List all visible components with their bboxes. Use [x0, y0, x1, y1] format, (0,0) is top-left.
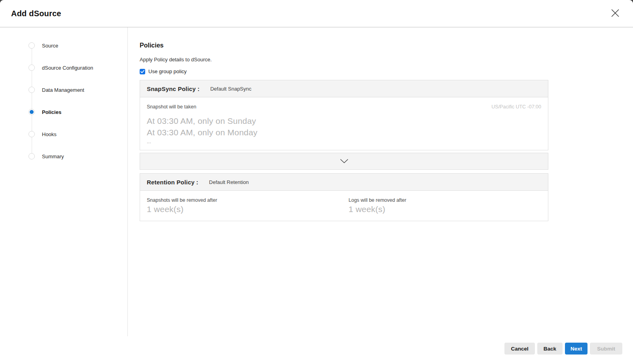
- wizard-stepper: Source dSource Configuration Data Manage…: [0, 27, 128, 336]
- snapsync-policy-body: Snapshot will be taken US/Pacific UTC -0…: [140, 97, 548, 150]
- schedule-truncation-ellipsis: ...: [147, 139, 541, 144]
- snapsync-policy-header: SnapSync Policy : Default SnapSync: [140, 80, 548, 97]
- step-policies[interactable]: Policies: [0, 101, 127, 123]
- logs-retention-column: Logs will be removed after 1 week(s): [349, 197, 406, 214]
- chevron-down-icon: [340, 158, 348, 165]
- policies-panel: Policies Apply Policy details to dSource…: [128, 27, 633, 336]
- close-button[interactable]: [608, 7, 622, 20]
- cancel-button[interactable]: Cancel: [504, 343, 534, 355]
- next-button[interactable]: Next: [565, 343, 588, 355]
- use-group-policy-checkbox[interactable]: Use group policy: [140, 68, 187, 74]
- expand-schedule-button[interactable]: [140, 153, 548, 170]
- logs-retention-value: 1 week(s): [349, 205, 406, 214]
- snapshots-retention-value: 1 week(s): [147, 205, 349, 214]
- schedule-lines: At 03:30 AM, only on Sunday At 03:30 AM,…: [147, 115, 541, 144]
- schedule-label: Snapshot will be taken: [147, 104, 196, 110]
- logs-retention-label: Logs will be removed after: [349, 197, 406, 203]
- step-circle-icon: [28, 42, 35, 49]
- snapsync-policy-title: SnapSync Policy :: [147, 85, 199, 92]
- checkbox-label: Use group policy: [148, 68, 187, 74]
- retention-policy-header: Retention Policy : Default Retention: [140, 173, 548, 191]
- step-label: Policies: [42, 109, 61, 115]
- snapsync-policy-value: Default SnapSync: [210, 86, 251, 92]
- page-description: Apply Policy details to dSource.: [140, 57, 633, 63]
- dialog-title: Add dSource: [11, 9, 61, 18]
- checkbox-checked-icon[interactable]: [140, 69, 145, 74]
- timezone-label: US/Pacific UTC -07:00: [491, 104, 541, 110]
- snapsync-policy-card: SnapSync Policy : Default SnapSync Snaps…: [140, 80, 548, 170]
- step-label: Hooks: [42, 131, 57, 137]
- step-circle-icon: [28, 64, 35, 71]
- page-title: Policies: [140, 42, 633, 49]
- step-label: Summary: [42, 154, 64, 159]
- retention-policy-value: Default Retention: [209, 179, 248, 185]
- schedule-line: At 03:30 AM, only on Sunday: [147, 115, 541, 127]
- retention-policy-body: Snapshots will be removed after 1 week(s…: [140, 191, 548, 221]
- step-dsource-configuration[interactable]: dSource Configuration: [0, 57, 127, 79]
- close-icon: [610, 8, 620, 19]
- submit-button[interactable]: Submit: [590, 343, 622, 355]
- dialog-body: Source dSource Configuration Data Manage…: [0, 27, 633, 336]
- step-hooks[interactable]: Hooks: [0, 123, 127, 145]
- step-circle-icon: [28, 131, 35, 137]
- snapshots-retention-column: Snapshots will be removed after 1 week(s…: [147, 197, 349, 214]
- add-dsource-dialog: Add dSource Source dSource Configuration: [0, 0, 633, 364]
- step-label: dSource Configuration: [42, 65, 93, 71]
- step-summary[interactable]: Summary: [0, 145, 127, 167]
- snapshots-retention-label: Snapshots will be removed after: [147, 197, 349, 203]
- step-data-management[interactable]: Data Management: [0, 79, 127, 101]
- schedule-line: At 03:30 AM, only on Monday: [147, 127, 541, 138]
- step-label: Data Management: [42, 87, 84, 93]
- dialog-header: Add dSource: [0, 0, 633, 27]
- retention-policy-title: Retention Policy :: [147, 179, 198, 186]
- step-circle-icon: [28, 153, 35, 159]
- dialog-footer: Cancel Back Next Submit: [0, 336, 633, 364]
- back-button[interactable]: Back: [537, 343, 563, 355]
- step-label: Source: [42, 43, 58, 49]
- step-source[interactable]: Source: [0, 34, 127, 57]
- retention-policy-card: Retention Policy : Default Retention Sna…: [140, 173, 548, 221]
- step-circle-icon: [28, 87, 35, 93]
- step-circle-active-icon: [28, 109, 35, 115]
